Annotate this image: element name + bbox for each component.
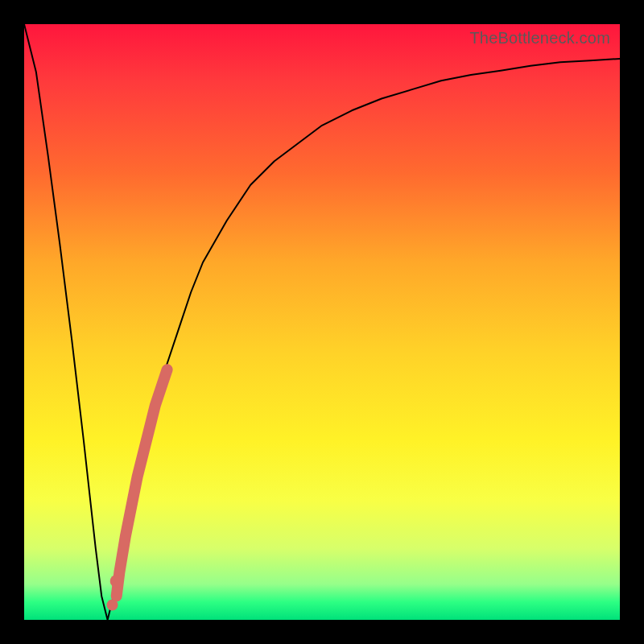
highlight-segment <box>117 369 167 596</box>
chart-svg <box>24 24 620 620</box>
highlight-dot-upper <box>110 575 123 588</box>
curve-line <box>24 24 620 620</box>
plot-area: TheBottleneck.com <box>24 24 620 620</box>
highlight-dot-lower <box>107 600 118 611</box>
chart-frame: TheBottleneck.com <box>0 0 644 644</box>
